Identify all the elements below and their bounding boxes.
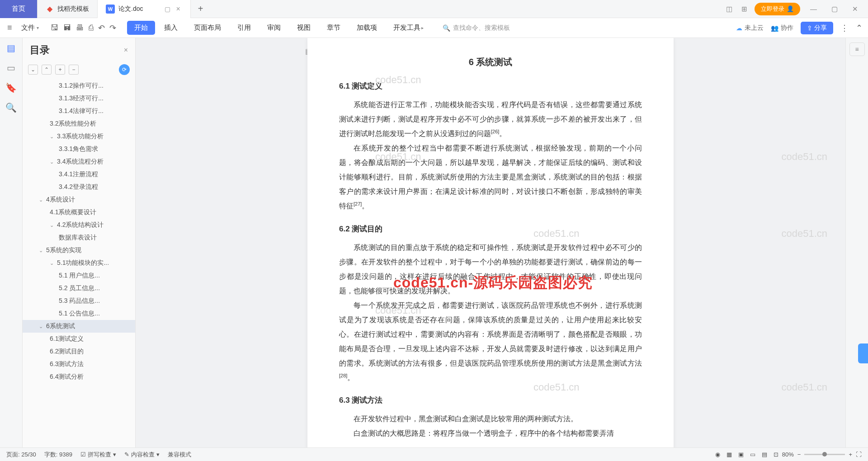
toc-item[interactable]: 4.1系统概要设计 (23, 206, 135, 219)
toc-item[interactable]: 3.4.2登录流程 (23, 181, 135, 193)
hamburger-icon[interactable]: ≡ (5, 21, 14, 34)
command-search[interactable]: 🔍 查找命令、搜索模板 (443, 24, 510, 32)
table-of-contents[interactable]: 3.1.2操作可行...3.1.3经济可行...3.1.4法律可行...3.2系… (23, 80, 135, 447)
toc-item[interactable]: 3.4.1注册流程 (23, 168, 135, 181)
ribbon-tab-developer[interactable]: 开发工具▸ (386, 21, 431, 35)
toc-label: 3.3系统功能分析 (57, 132, 104, 140)
view-outline-icon[interactable]: ▤ (762, 451, 767, 458)
zoom-in-icon[interactable]: + (849, 451, 852, 458)
view-web-icon[interactable]: ▭ (750, 451, 755, 458)
ribbon-tab-chapter[interactable]: 章节 (320, 21, 348, 35)
maximize-button[interactable]: ▢ (827, 3, 842, 15)
close-button[interactable]: ✕ (848, 3, 863, 15)
ribbon-tab-view[interactable]: 视图 (290, 21, 318, 35)
ribbon-tab-insert[interactable]: 插入 (157, 21, 185, 35)
remove-heading-button[interactable]: − (69, 65, 79, 75)
cloud-status[interactable]: ☁ 未上云 (736, 24, 764, 32)
more-icon[interactable]: ⋮ (840, 23, 849, 33)
collapse-ribbon-icon[interactable]: ⌃ (856, 23, 863, 33)
toc-item[interactable]: 数据库表设计 (23, 231, 135, 244)
toc-label: 4.2系统结构设计 (57, 221, 104, 228)
spell-check[interactable]: ☑ 拼写检查 ▾ (80, 451, 116, 459)
toc-item[interactable]: ⌄5.1功能模块的实... (23, 257, 135, 269)
toc-item[interactable]: 3.3.1角色需求 (23, 143, 135, 155)
undo-icon[interactable]: ↶ (98, 23, 105, 33)
toc-item[interactable]: 5.2 员工信息... (23, 282, 135, 295)
toc-item[interactable]: 5.1 公告信息... (23, 307, 135, 320)
toc-item[interactable]: ⌄4系统设计 (23, 193, 135, 206)
ribbon-tab-layout[interactable]: 页面布局 (187, 21, 228, 35)
toc-item[interactable]: 3.2系统性能分析 (23, 118, 135, 130)
toc-item[interactable]: 5.1 用户信息... (23, 269, 135, 282)
watermark: code51.cn (781, 381, 827, 393)
word-count[interactable]: 字数: 9389 (44, 451, 72, 459)
collab-button[interactable]: 👥 协作 (771, 24, 793, 32)
toc-item[interactable]: 3.1.3经济可行... (23, 92, 135, 105)
side-feedback-tab[interactable] (858, 343, 868, 363)
ribbon-tab-references[interactable]: 引用 (230, 21, 258, 35)
sync-icon[interactable]: ⟳ (119, 64, 130, 75)
toc-item[interactable]: ⌄4.2系统结构设计 (23, 219, 135, 231)
bookmark-rail-icon[interactable]: ▭ (7, 62, 15, 73)
nav-close-icon[interactable]: × (124, 46, 128, 54)
share-button[interactable]: ⇪ 分享 (801, 22, 833, 34)
paragraph: 白盒测试的大概思路是：将程序当做一个透明盒子，程序中的各个结构都需要弄清 (339, 426, 642, 441)
login-label: 立即登录 (761, 5, 784, 13)
preview-icon[interactable]: ⎙ (89, 23, 94, 33)
tab-template[interactable]: ◆ 找稻壳模板 (38, 0, 98, 18)
chevron-down-icon: ⌄ (50, 222, 55, 228)
tab-window-icon[interactable]: ▢ (165, 5, 170, 13)
ribbon-tab-addons[interactable]: 加载项 (349, 21, 384, 35)
apps-icon[interactable]: ⊞ (740, 3, 749, 15)
nav-header: 目录 × (23, 38, 135, 62)
ribbon-tab-review[interactable]: 审阅 (260, 21, 288, 35)
toc-item[interactable]: ⌄5系统的实现 (23, 244, 135, 257)
toc-item[interactable]: 3.1.4法律可行... (23, 105, 135, 118)
content-check[interactable]: ✎ 内容检查 ▾ (124, 451, 160, 459)
compat-mode[interactable]: 兼容模式 (168, 451, 191, 459)
search-placeholder: 查找命令、搜索模板 (453, 24, 510, 32)
zoom-control[interactable]: ⊡ 80% − + ⛶ (774, 451, 862, 458)
tab-home[interactable]: 首页 (0, 0, 38, 18)
fullscreen-icon[interactable]: ⛶ (856, 451, 862, 458)
file-menu[interactable]: 文件 ▾ (17, 22, 43, 34)
bookmark-icon[interactable]: 🔖 (5, 82, 17, 93)
redo-icon[interactable]: ↷ (109, 23, 116, 33)
toc-item[interactable]: 3.1.2操作可行... (23, 80, 135, 92)
collapse-all-button[interactable]: ⌃ (42, 65, 52, 75)
save-as-icon[interactable]: 🖬 (63, 23, 71, 33)
login-button[interactable]: 立即登录 👤 (755, 3, 800, 15)
tab-close-icon[interactable]: × (174, 5, 182, 13)
page-indicator[interactable]: 页面: 25/30 (6, 451, 36, 459)
toc-item[interactable]: 6.3测试方法 (23, 358, 135, 371)
zoom-fit-icon[interactable]: ⊡ (774, 451, 778, 458)
toc-item[interactable]: 6.2测试目的 (23, 345, 135, 358)
layout-icon[interactable]: ◫ (724, 3, 734, 15)
toc-item[interactable]: ⌄3.3系统功能分析 (23, 130, 135, 143)
toc-item[interactable]: 6.4测试分析 (23, 371, 135, 383)
tab-document[interactable]: W 论文.doc ▢ × (98, 0, 191, 18)
toc-item[interactable]: ⌄3.4系统流程分析 (23, 155, 135, 168)
watermark-overlay: code51.cn-源码乐园盗图必究 (393, 273, 593, 293)
add-heading-button[interactable]: + (55, 65, 65, 75)
minimize-button[interactable]: — (806, 3, 821, 14)
focus-icon[interactable]: ◉ (715, 451, 720, 458)
toc-label: 3.4.2登录流程 (59, 183, 98, 190)
expand-all-button[interactable]: ⌄ (28, 65, 38, 75)
chevron-down-icon: ⌄ (39, 197, 44, 203)
ribbon-tab-start[interactable]: 开始 (127, 21, 155, 35)
view-read-icon[interactable]: ▣ (738, 451, 744, 458)
outline-icon[interactable]: ▤ (7, 42, 15, 53)
panel-toggle-icon[interactable]: ≡ (849, 42, 865, 56)
toc-item[interactable]: 6.1测试定义 (23, 333, 135, 345)
new-tab-button[interactable]: + (191, 4, 211, 14)
search-rail-icon[interactable]: 🔍 (5, 102, 17, 113)
save-icon[interactable]: 🖫 (51, 23, 59, 33)
zoom-out-icon[interactable]: − (797, 451, 801, 458)
toc-item[interactable]: 5.3 药品信息... (23, 295, 135, 307)
print-icon[interactable]: 🖶 (76, 23, 84, 33)
view-print-icon[interactable]: ▦ (726, 451, 732, 458)
document-viewport[interactable]: ▤▾ code51.cn code51.cn code51.cn code51.… (136, 38, 845, 447)
toc-item[interactable]: ⌄6系统测试 (23, 320, 135, 333)
zoom-slider[interactable] (804, 454, 845, 455)
